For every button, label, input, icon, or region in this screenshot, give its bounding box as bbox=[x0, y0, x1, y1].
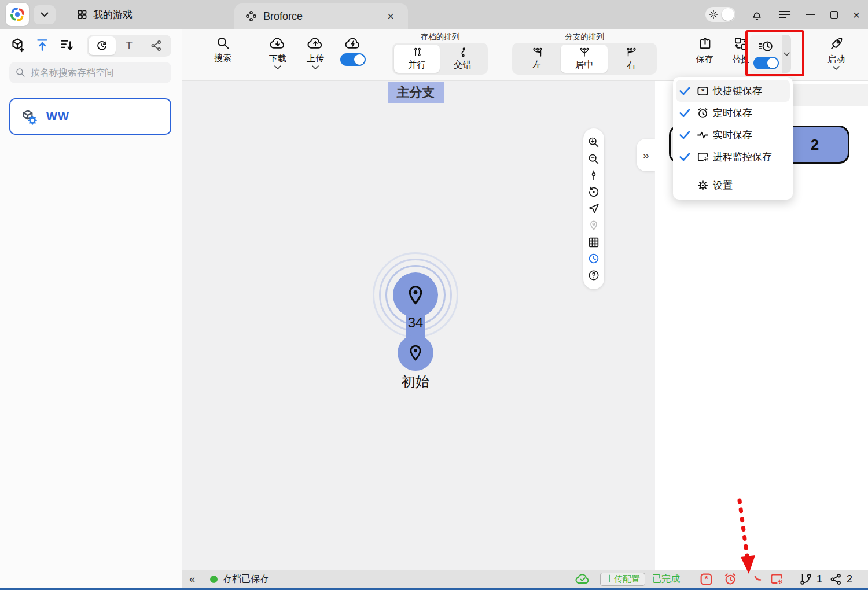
main-menu-icon[interactable] bbox=[778, 10, 791, 19]
initial-archive-node[interactable] bbox=[398, 335, 433, 371]
search-icon bbox=[216, 36, 230, 50]
time-mode-icon[interactable] bbox=[587, 252, 600, 265]
rocket-icon bbox=[829, 36, 844, 51]
sidebar-toolbar: T bbox=[0, 35, 182, 58]
minimize-button[interactable] bbox=[806, 14, 815, 15]
zoom-out-icon[interactable] bbox=[587, 153, 600, 165]
view-history-segment[interactable] bbox=[89, 36, 116, 55]
main-toolbar: 搜索 下载 上传 存 bbox=[182, 29, 868, 81]
reset-view-icon[interactable] bbox=[587, 186, 600, 198]
locate-pin-icon[interactable] bbox=[587, 219, 600, 232]
replace-label: 替换 bbox=[732, 54, 749, 65]
branch-left-option[interactable]: 左 bbox=[514, 45, 561, 73]
zoom-slider-icon[interactable] bbox=[587, 169, 600, 182]
realtime-save-status-icon[interactable] bbox=[754, 570, 763, 588]
sidebar: T bbox=[0, 29, 182, 590]
check-icon bbox=[676, 130, 693, 139]
cloud-synced-icon bbox=[575, 570, 591, 588]
zoom-in-icon[interactable] bbox=[587, 136, 600, 149]
timed-save-status-icon[interactable] bbox=[723, 570, 738, 588]
upload-button[interactable]: 上传 bbox=[298, 36, 333, 69]
titlebar-controls: × bbox=[705, 0, 860, 29]
branch-right-option[interactable]: 右 bbox=[608, 45, 654, 73]
arrangement-parallel-option[interactable]: 并行 bbox=[394, 45, 440, 73]
tab-close-button[interactable]: × bbox=[384, 10, 398, 23]
menu-item-label: 快捷键保存 bbox=[713, 84, 762, 98]
right-panel-view-control: T bbox=[785, 84, 868, 106]
auto-save-dropdown-button[interactable] bbox=[782, 35, 791, 73]
interleaved-branches-icon bbox=[457, 47, 469, 58]
search-button[interactable]: 搜索 bbox=[205, 36, 240, 64]
save-export-icon bbox=[697, 36, 713, 51]
help-icon[interactable] bbox=[587, 269, 600, 282]
app-menu-chevron-button[interactable] bbox=[34, 5, 56, 24]
node-count-value: 2 bbox=[847, 570, 852, 588]
parallel-label: 并行 bbox=[408, 59, 426, 71]
saved-status-text: 存档已保存 bbox=[223, 570, 269, 588]
menu-item-settings[interactable]: 设置 bbox=[676, 174, 790, 196]
menu-item-label: 设置 bbox=[713, 179, 733, 192]
process-monitor-status-icon[interactable] bbox=[769, 570, 784, 588]
auto-save-toggle[interactable] bbox=[753, 57, 779, 69]
branch-center-option[interactable]: 居中 bbox=[561, 45, 608, 73]
interleaved-label: 交错 bbox=[454, 59, 472, 71]
archive-space-search[interactable] bbox=[9, 62, 171, 83]
save-label: 保存 bbox=[696, 54, 713, 65]
menu-item-realtime-save[interactable]: 实时保存 bbox=[676, 124, 790, 146]
maximize-button[interactable] bbox=[830, 11, 838, 19]
menu-item-hotkey-save[interactable]: * 快捷键保存 bbox=[676, 80, 790, 102]
branch-left-label: 左 bbox=[533, 59, 542, 71]
cloud-upload-icon bbox=[307, 36, 324, 51]
menu-item-process-monitor-save[interactable]: 进程监控保存 bbox=[676, 146, 790, 168]
upload-config-badge[interactable]: 上传配置 bbox=[600, 570, 645, 588]
history-clock-icon bbox=[757, 39, 775, 54]
toggle-knob bbox=[354, 54, 365, 65]
save-button[interactable]: 保存 bbox=[689, 36, 721, 65]
sort-list-icon[interactable] bbox=[59, 37, 75, 53]
hotkey-save-status-icon[interactable]: * bbox=[699, 570, 713, 588]
archive-space-item-ww[interactable]: WW bbox=[9, 98, 171, 135]
cloud-sync-toggle[interactable] bbox=[340, 53, 366, 66]
launch-button[interactable]: 启动 bbox=[819, 36, 854, 70]
auto-save-dropdown-menu: * 快捷键保存 定时保存 实时保存 bbox=[673, 77, 793, 200]
main-branch-label[interactable]: 主分支 bbox=[388, 82, 444, 103]
map-pin-icon bbox=[405, 285, 426, 305]
right-panel-collapse-tab[interactable]: » bbox=[637, 139, 655, 171]
tab-broforce[interactable]: Broforce × bbox=[234, 3, 408, 29]
process-monitor-icon bbox=[693, 150, 712, 164]
close-button[interactable]: × bbox=[853, 9, 860, 21]
cloud-sync-icon bbox=[344, 36, 362, 51]
search-input[interactable] bbox=[31, 68, 158, 78]
archive-count-label: 34 bbox=[398, 315, 433, 331]
menu-item-timed-save[interactable]: 定时保存 bbox=[676, 102, 790, 124]
grid-view-icon[interactable] bbox=[587, 236, 600, 249]
view-graph-segment[interactable] bbox=[142, 36, 170, 55]
auto-save-toggle-button[interactable] bbox=[750, 35, 782, 73]
tab-broforce-label: Broforce bbox=[263, 10, 303, 23]
navigate-icon[interactable] bbox=[587, 202, 600, 215]
app-logo[interactable] bbox=[6, 3, 29, 26]
upload-config-label: 上传配置 bbox=[600, 573, 645, 586]
add-archive-space-icon[interactable] bbox=[9, 37, 25, 53]
tab-my-games[interactable]: 我的游戏 bbox=[68, 0, 141, 29]
branch-left-icon bbox=[532, 47, 543, 58]
menu-item-label: 进程监控保存 bbox=[713, 150, 772, 164]
statusbar-collapse-button[interactable]: « bbox=[189, 570, 195, 588]
current-archive-node[interactable] bbox=[393, 272, 438, 318]
archive-graph-canvas[interactable]: 主分支 34 初始 bbox=[182, 81, 655, 570]
menu-divider bbox=[681, 171, 785, 171]
view-text-segment[interactable]: T bbox=[116, 36, 143, 55]
download-button[interactable]: 下载 bbox=[260, 36, 295, 69]
chevron-down-icon bbox=[274, 65, 281, 69]
arrangement-interleaved-option[interactable]: 交错 bbox=[440, 45, 486, 73]
text-view-glyph: T bbox=[126, 39, 133, 52]
replace-swap-icon bbox=[733, 36, 749, 51]
theme-toggle[interactable] bbox=[705, 7, 735, 22]
sort-ascending-icon[interactable] bbox=[35, 37, 50, 53]
bell-icon[interactable] bbox=[751, 8, 763, 21]
cloud-sync-toggle-group bbox=[337, 36, 369, 66]
pulse-icon bbox=[693, 128, 712, 142]
cloud-download-icon bbox=[269, 36, 286, 51]
collapse-glyph: » bbox=[642, 149, 649, 162]
branch-count-icon bbox=[799, 570, 812, 588]
